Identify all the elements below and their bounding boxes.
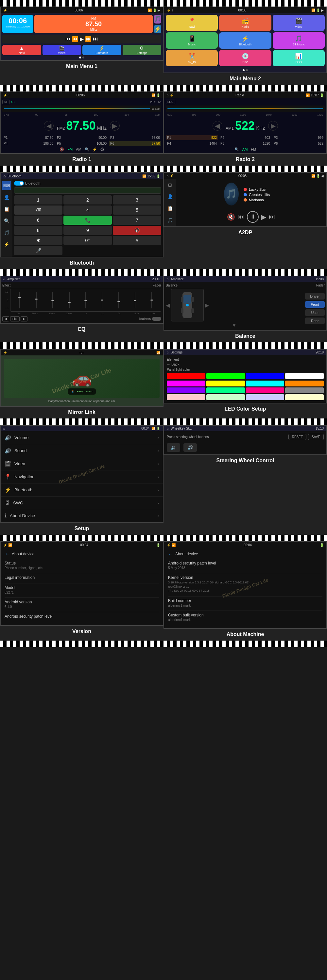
bal-right-arrow[interactable]: ▶ <box>205 302 209 309</box>
bt-key-8[interactable]: 8 <box>14 226 62 235</box>
bt-keypad-icon[interactable]: ⌨ <box>2 181 11 190</box>
bt-toggle[interactable] <box>14 181 24 186</box>
mm1-navi-btn[interactable]: ▲ Navi <box>2 45 41 55</box>
swc-key-1[interactable]: 🔉 <box>167 443 180 452</box>
r2-preset-2[interactable]: P2603 <box>219 135 271 140</box>
bal-user-btn[interactable]: User <box>305 309 325 316</box>
led-home-icon[interactable]: ⌂ <box>167 350 169 354</box>
mm2-btmusic[interactable]: 🎵 BT Music <box>273 32 325 49</box>
r2-am-active[interactable]: AM <box>242 147 248 151</box>
r1-fm-active[interactable]: FM <box>67 147 73 151</box>
bt-key-6[interactable]: 6 <box>14 216 62 225</box>
eq-band-7[interactable] <box>111 290 126 310</box>
r2-preset-5[interactable]: P51620 <box>219 141 271 146</box>
ctrl-play[interactable]: ▶ <box>80 36 84 42</box>
setup-volume-item[interactable]: 🔊 Volume › <box>1 431 163 444</box>
about-legal-item[interactable]: Legal information <box>5 575 159 580</box>
r2-fm[interactable]: FM <box>251 147 256 151</box>
r1-preset-6[interactable]: P687.50 <box>109 141 161 146</box>
ctrl-back[interactable]: ⏪ <box>72 36 78 42</box>
led-back[interactable]: ← Back <box>167 362 324 366</box>
led-swatch-magenta[interactable] <box>167 380 205 387</box>
r1-next-btn[interactable]: ▶ <box>110 121 120 130</box>
led-swatch-lime[interactable] <box>206 387 245 393</box>
bal-home-icon[interactable]: ⌂ <box>167 277 169 281</box>
a2dp-next[interactable]: ⏭ <box>269 213 275 221</box>
bt-key-endcall[interactable]: 📵 <box>113 226 161 235</box>
swc-key-2[interactable]: 🔊 <box>183 443 197 452</box>
setup-home-icon[interactable]: ⌂ <box>3 426 5 430</box>
ctrl-prev[interactable]: ⏮ <box>65 36 71 42</box>
a2dp-pause[interactable]: ⏸ <box>247 211 258 223</box>
mm1-radio-box[interactable]: FM 87.50 MHz <box>34 15 153 33</box>
mm2-radio[interactable]: 📻 Radio <box>219 15 271 31</box>
mm2-video[interactable]: 🎬 Video <box>273 15 325 31</box>
r2-preset-3[interactable]: P3999 <box>273 135 325 140</box>
bt-key-5[interactable]: 5 <box>113 205 161 215</box>
led-swatch-blue[interactable] <box>246 373 284 379</box>
led-swatch-white[interactable] <box>285 373 324 379</box>
eq-band-8[interactable] <box>127 290 143 310</box>
bal-left-arrow[interactable]: ◀ <box>166 302 170 309</box>
bt-home-icon[interactable]: ⌂ <box>3 174 6 178</box>
bt-key-4[interactable]: 4 <box>64 205 112 215</box>
r1-am[interactable]: AM <box>76 147 81 151</box>
a2dp-vol-down[interactable]: 🔇 <box>227 213 235 221</box>
r1-preset-3[interactable]: P398.00 <box>109 135 161 140</box>
eq-band-2[interactable] <box>28 290 44 310</box>
a2dp-track-2[interactable]: Greatest Hits <box>244 193 278 197</box>
setup-video-item[interactable]: 🎬 Video › <box>1 457 163 470</box>
swc-reset-btn[interactable]: RESET <box>289 434 306 440</box>
a2dp-play[interactable]: ▶ <box>261 213 266 221</box>
led-swatch-cyan[interactable] <box>246 380 284 387</box>
bt-key-2[interactable]: 2 <box>64 195 112 205</box>
a2dp-phone-icon[interactable]: 👤 <box>166 192 175 201</box>
led-swatch-gray[interactable] <box>285 387 324 393</box>
eq-prev-preset[interactable]: ◀ <box>2 316 9 321</box>
version-back-btn[interactable]: ← <box>5 551 10 557</box>
about-back-btn[interactable]: ← <box>168 551 173 557</box>
bt-key-call[interactable]: 📞 <box>64 216 112 225</box>
bt-key-del[interactable]: ⌫ <box>14 205 62 215</box>
a2dp-grid-icon[interactable]: ⊞ <box>166 180 175 189</box>
mm2-music[interactable]: 📱 Music <box>166 32 218 49</box>
mm2-bluetooth[interactable]: ⚡ Bluetooth <box>219 32 271 49</box>
led-swatch-yellow[interactable] <box>206 380 245 387</box>
r2-prev-btn[interactable]: ◀ <box>212 121 222 130</box>
mm1-music-btn[interactable]: 🎵 <box>154 15 161 24</box>
r2-preset-1[interactable]: P1522 <box>166 135 218 140</box>
led-swatch-lightyellow[interactable] <box>285 394 324 400</box>
bal-rear-btn[interactable]: Rear <box>305 318 325 324</box>
r1-prev-btn[interactable]: ◀ <box>44 121 54 130</box>
bt-search-icon[interactable]: 🔍 <box>2 216 11 225</box>
mm2-obd[interactable]: 📊 OBD <box>273 50 325 66</box>
swc-home-icon[interactable]: ⌂ <box>167 426 169 430</box>
led-swatch-purple[interactable] <box>167 387 205 393</box>
a2dp-track-1[interactable]: Lucky Star <box>244 188 278 191</box>
r1-preset-1[interactable]: P187.50 <box>2 135 54 140</box>
bt-key-mic[interactable]: 🎤 <box>14 246 62 255</box>
eq-band-1[interactable] <box>12 290 27 310</box>
a2dp-music-side-icon[interactable]: 🎵 <box>166 216 175 225</box>
eq-band-6[interactable] <box>94 290 110 310</box>
bt-key-hash[interactable]: # <box>113 236 161 245</box>
led-swatch-pink[interactable] <box>246 387 284 393</box>
r1-preset-2[interactable]: P290.00 <box>56 135 108 140</box>
about-status-item[interactable]: Status Phone number, signal, etc. <box>5 561 159 570</box>
a2dp-prev[interactable]: ⏮ <box>238 213 244 221</box>
a2dp-list-icon[interactable]: 📋 <box>166 204 175 213</box>
bal-front-btn[interactable]: Front <box>305 301 325 308</box>
eq-flat-preset[interactable]: Flat <box>10 316 20 321</box>
led-swatch-lightblue[interactable] <box>246 394 284 400</box>
bt-key-0plus[interactable]: 0⁺ <box>64 236 112 245</box>
bt-contacts-icon[interactable]: 👤 <box>2 193 11 202</box>
bt-key-star[interactable]: ✱ <box>14 236 62 245</box>
mm2-avin[interactable]: ✂️ AV_IN <box>166 50 218 66</box>
led-swatch-green[interactable] <box>206 373 245 379</box>
bt-key-7[interactable]: 7 <box>113 216 161 225</box>
r2-next-btn[interactable]: ▶ <box>268 121 278 130</box>
eq-band-4[interactable] <box>61 290 77 310</box>
mm1-bt-nav-btn[interactable]: ⚡ Bluetooth <box>82 45 121 55</box>
setup-about-item[interactable]: ℹ About Device › <box>1 509 163 522</box>
led-swatch-orange[interactable] <box>285 380 324 387</box>
